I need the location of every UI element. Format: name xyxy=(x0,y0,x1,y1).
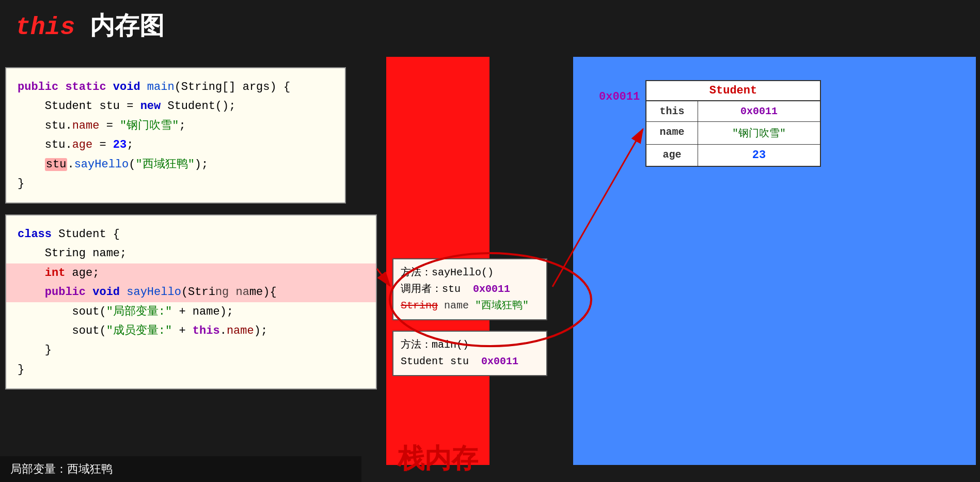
code-line: sout("局部变量:" + name); xyxy=(18,302,365,321)
heap-val-this: 0x0011 xyxy=(698,101,820,121)
code-line: stu.name = "钢门吹雪"; xyxy=(18,116,334,135)
title-rest: 内存图 xyxy=(75,13,164,41)
main-method-label: 方法：main() xyxy=(401,337,539,353)
heap-object-row-this: this 0x0011 xyxy=(646,101,820,122)
code-line: stu.sayHello("西域狂鸭"); xyxy=(18,155,334,174)
heap-object-title: Student xyxy=(646,81,820,101)
page-title: this 内存图 xyxy=(15,9,164,42)
code-line: String name; xyxy=(18,244,365,263)
code-line: stu.age = 23; xyxy=(18,135,334,154)
code-line: } xyxy=(18,360,365,379)
heap-object-row-name: name "钢门吹雪" xyxy=(646,122,820,145)
heap-object: Student this 0x0011 name "钢门吹雪" age 23 xyxy=(645,80,821,167)
sayhello-param: String name "西域狂鸭" xyxy=(401,298,539,314)
main-var: Student stu 0x0011 xyxy=(401,353,539,370)
sayhello-caller: 调用者：stu 0x0011 xyxy=(401,281,539,298)
code-box-main: public static void main(String[] args) {… xyxy=(5,67,346,204)
heap-address-label: 0x0011 xyxy=(599,90,640,103)
code-line: class Student { xyxy=(18,225,365,244)
heap-key-this: this xyxy=(646,101,698,121)
heap-key-name: name xyxy=(646,122,698,144)
code-line: sout("成员变量:" + this.name); xyxy=(18,321,365,340)
title-this: this xyxy=(15,13,75,41)
heap-key-age: age xyxy=(646,145,698,166)
bottom-note: 局部变量：西域狂鸭 xyxy=(0,456,361,482)
stack-frame-main: 方法：main() Student stu 0x0011 xyxy=(392,331,547,376)
sayhello-method-label: 方法：sayHello() xyxy=(401,265,539,281)
code-line: public static void main(String[] args) { xyxy=(18,77,334,97)
heap-object-row-age: age 23 xyxy=(646,145,820,166)
heap-val-age: 23 xyxy=(698,145,820,166)
code-line: int age; xyxy=(6,263,376,283)
code-line: } xyxy=(18,174,334,193)
stack-frame-sayhello: 方法：sayHello() 调用者：stu 0x0011 String name… xyxy=(392,258,547,320)
code-line: } xyxy=(18,340,365,360)
stack-label: 栈内存 xyxy=(386,441,489,477)
code-line: public void sayHello(String name){ xyxy=(6,283,376,302)
code-box-class: class Student { String name; int age; pu… xyxy=(5,214,377,390)
code-line: Student stu = new Student(); xyxy=(18,97,334,116)
heap-val-name: "钢门吹雪" xyxy=(698,122,820,144)
